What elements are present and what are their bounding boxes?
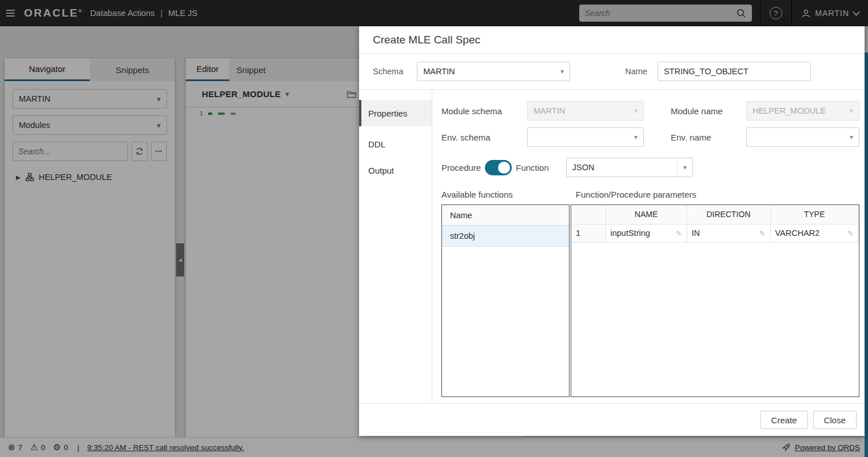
- edit-pencil-icon[interactable]: ✎: [676, 229, 682, 238]
- call-spec-name-input[interactable]: [658, 62, 811, 81]
- procedure-label: Procedure: [441, 163, 481, 173]
- env-schema-dropdown[interactable]: ▾: [527, 127, 644, 147]
- module-name-dropdown: HELPER_MODULE ▾: [746, 101, 859, 121]
- return-type-dropdown[interactable]: JSON ▾: [566, 158, 693, 177]
- chevron-down-icon: ▾: [634, 107, 638, 115]
- env-name-dropdown[interactable]: ▾: [746, 127, 859, 147]
- edit-pencil-icon[interactable]: ✎: [847, 229, 854, 238]
- create-mle-call-spec-dialog: Create MLE Call Spec Schema MARTIN ▾ Nam…: [359, 26, 865, 436]
- function-row-str2obj[interactable]: str2obj: [442, 226, 569, 247]
- functions-column-header: Name: [442, 205, 569, 226]
- module-schema-label: Module schema: [441, 106, 527, 116]
- param-col-index: [571, 205, 606, 224]
- param-col-direction: DIRECTION: [687, 205, 770, 224]
- param-direction-cell[interactable]: IN ✎: [687, 224, 770, 242]
- dialog-title: Create MLE Call Spec: [359, 26, 865, 54]
- dialog-tab-output[interactable]: Output: [359, 157, 432, 183]
- param-name-cell[interactable]: inputString ✎: [606, 224, 687, 242]
- dialog-tab-ddl[interactable]: DDL: [359, 131, 432, 157]
- dialog-schema-dropdown[interactable]: MARTIN ▾: [417, 62, 570, 81]
- toggle-knob: [497, 161, 511, 175]
- name-label: Name: [625, 67, 647, 76]
- param-type-cell[interactable]: VARCHAR2 ✎: [770, 224, 859, 242]
- dialog-tab-properties[interactable]: Properties: [359, 100, 432, 126]
- edit-pencil-icon[interactable]: ✎: [759, 229, 766, 238]
- env-schema-label: Env. schema: [441, 133, 527, 142]
- function-label: Function: [516, 163, 549, 173]
- select-divider: [677, 158, 678, 177]
- chevron-down-icon: ▾: [560, 67, 564, 75]
- chevron-down-icon: ▾: [850, 133, 853, 141]
- param-col-name: NAME: [606, 205, 687, 224]
- available-functions-label: Available functions: [441, 190, 513, 199]
- chevron-down-icon: ▾: [634, 133, 638, 141]
- close-button[interactable]: Close: [813, 411, 857, 429]
- param-index-cell: 1: [571, 224, 606, 242]
- env-name-label: Env. name: [671, 133, 746, 142]
- parameter-row: 1 inputString ✎ IN: [571, 224, 859, 242]
- chevron-down-icon: ▾: [683, 163, 687, 171]
- procedure-function-toggle[interactable]: [485, 160, 512, 175]
- parameters-label: Function/Procedure parameters: [576, 190, 696, 199]
- module-name-label: Module name: [671, 106, 746, 116]
- create-button[interactable]: Create: [761, 411, 808, 429]
- parameters-table: NAME DIRECTION TYPE 1 inputString: [571, 205, 859, 397]
- schema-label: Schema: [373, 67, 403, 76]
- module-schema-dropdown: MARTIN ▾: [527, 101, 644, 121]
- available-functions-table: Name str2obj: [441, 205, 570, 397]
- param-col-type: TYPE: [770, 205, 859, 224]
- chevron-down-icon: ▾: [850, 107, 853, 115]
